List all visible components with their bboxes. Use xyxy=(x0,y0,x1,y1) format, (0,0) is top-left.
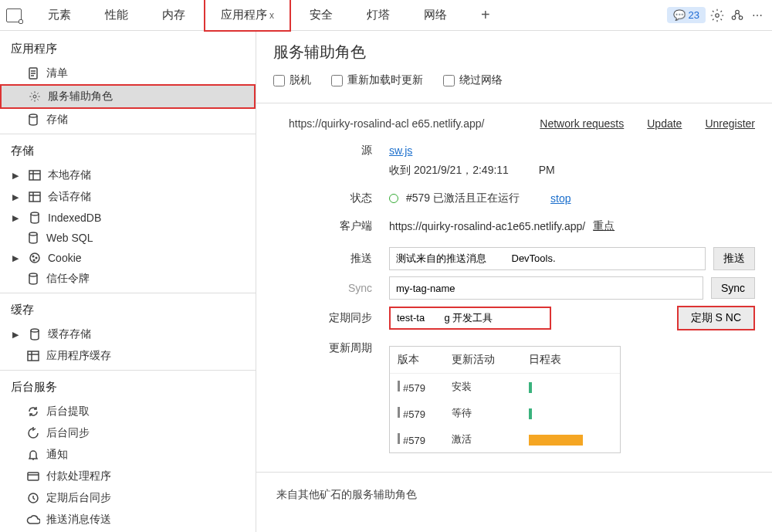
add-tab-icon[interactable]: + xyxy=(466,6,506,24)
table-icon xyxy=(28,169,42,181)
payment-label: 付款处理程序 xyxy=(46,469,111,483)
devtools-tabbar: 元素 性能 内存 应用程序 安全 灯塔 网络 + 💬 23 ⋯ xyxy=(0,0,772,31)
bar-icon xyxy=(398,381,400,391)
push-button[interactable]: 推送 xyxy=(713,247,755,270)
arrow-icon: ▶ xyxy=(12,192,22,202)
source-row: 源 sw.js xyxy=(273,144,755,158)
divider xyxy=(0,370,256,371)
database-icon xyxy=(28,212,42,224)
local-storage-label: 本地存储 xyxy=(48,168,91,182)
push-label: 推送消息传送 xyxy=(46,513,111,527)
sidebar-item-cache-storage[interactable]: ▶ 缓存存储 xyxy=(0,324,256,345)
bar-icon xyxy=(398,407,400,418)
unregister-link[interactable]: Unregister xyxy=(705,117,755,130)
issues-badge[interactable]: 💬 23 xyxy=(667,7,706,23)
svg-point-0 xyxy=(716,13,720,17)
tab-memory[interactable]: 内存 xyxy=(147,0,201,30)
activity-icon[interactable] xyxy=(729,7,746,24)
sw-label: 服务辅助角色 xyxy=(48,90,113,103)
sidebar-item-session-storage[interactable]: ▶ 会话存储 xyxy=(0,186,256,208)
divider xyxy=(256,472,772,473)
table-icon xyxy=(26,350,40,362)
svg-point-6 xyxy=(29,114,37,117)
tab-application[interactable]: 应用程序 xyxy=(204,0,291,32)
svg-point-15 xyxy=(29,273,37,276)
network-requests-link[interactable]: Network requests xyxy=(540,117,624,130)
stop-link[interactable]: stop xyxy=(550,192,571,205)
focus-link[interactable]: 重点 xyxy=(593,219,615,233)
source-link[interactable]: sw.js xyxy=(389,144,412,157)
bg-fetch-label: 后台提取 xyxy=(46,405,90,418)
device-toggle-icon[interactable] xyxy=(6,8,22,22)
page-title: 服务辅助角色 xyxy=(273,42,755,63)
svg-point-14 xyxy=(33,259,35,261)
other-origins-footer: 来自其他矿石的服务辅助角色 xyxy=(273,479,755,511)
sidebar-item-app-cache[interactable]: 应用程序缓存 xyxy=(0,345,256,367)
sidebar-item-local-storage[interactable]: ▶ 本地存储 xyxy=(0,164,256,186)
push-row: 推送 推送 xyxy=(273,247,755,270)
update-link[interactable]: Update xyxy=(647,117,682,130)
tab-network[interactable]: 网络 xyxy=(408,0,462,30)
status-row: 状态 #579 已激活且正在运行 stop xyxy=(273,191,755,205)
table-row: #579 等待 xyxy=(390,400,620,426)
sync-icon xyxy=(26,405,40,418)
th-schedule: 日程表 xyxy=(529,353,591,367)
svg-point-16 xyxy=(31,329,39,332)
database-icon xyxy=(28,328,42,341)
sidebar-item-cookie[interactable]: ▶ Cookie xyxy=(0,248,256,268)
offline-checkbox[interactable]: 脱机 xyxy=(273,73,311,87)
periodic-bg-label: 定期后台同步 xyxy=(46,491,111,505)
tab-performance[interactable]: 性能 xyxy=(90,0,144,30)
push-input[interactable] xyxy=(389,247,706,270)
svg-point-10 xyxy=(29,232,37,236)
sidebar-item-push[interactable]: 推送消息传送 xyxy=(0,509,256,530)
sidebar-item-bg-sync[interactable]: 后台同步 xyxy=(0,422,256,444)
th-activity: 更新活动 xyxy=(452,353,521,367)
arrow-icon: ▶ xyxy=(12,330,22,340)
sync-button[interactable]: Sync xyxy=(711,277,755,299)
periodic-button[interactable]: 定期 S NC xyxy=(677,306,755,330)
sidebar-item-payment[interactable]: 付款处理程序 xyxy=(0,466,256,487)
sw-options-row: 脱机 重新加载时更新 绕过网络 xyxy=(273,73,755,87)
svg-rect-8 xyxy=(29,192,40,202)
sidebar-item-periodic-bg[interactable]: 定期后台同步 xyxy=(0,487,256,509)
bypass-checkbox[interactable]: 绕过网络 xyxy=(443,73,503,87)
sync-input[interactable] xyxy=(389,276,703,300)
database-icon xyxy=(26,273,40,285)
update-cycle-row: 更新周期 版本 更新活动 日程表 #579 安装 #579 等待 xyxy=(273,341,755,453)
bg-sync-label: 后台同步 xyxy=(46,426,90,440)
sidebar-item-service-workers[interactable]: 服务辅助角色 xyxy=(0,84,256,109)
update-reload-checkbox[interactable]: 重新加载时更新 xyxy=(331,73,423,87)
sidebar-item-storage-allot[interactable]: 存储 xyxy=(0,109,256,130)
indexeddb-label: IndexedDB xyxy=(48,212,101,224)
gear-icon xyxy=(28,90,42,103)
periodic-input[interactable] xyxy=(389,307,551,330)
section-storage: 存储 xyxy=(0,137,256,164)
app-cache-label: 应用程序缓存 xyxy=(46,349,111,363)
status-text: #579 已激活且正在运行 xyxy=(406,191,520,205)
more-icon[interactable]: ⋯ xyxy=(749,7,766,24)
sidebar-item-bg-fetch[interactable]: 后台提取 xyxy=(0,401,256,422)
tab-elements[interactable]: 元素 xyxy=(32,0,86,30)
status-label: 状态 xyxy=(273,191,389,205)
table-icon xyxy=(28,191,42,203)
svg-point-3 xyxy=(739,15,743,19)
tab-security[interactable]: 安全 xyxy=(294,0,348,30)
svg-rect-17 xyxy=(28,351,39,361)
database-icon xyxy=(26,114,40,126)
websql-label: Web SQL xyxy=(46,232,93,244)
sw-origin-row: https://quirky-rosalind-acl e65.netlify.… xyxy=(289,117,755,130)
periodic-sync-row: 定期同步 定期 S NC xyxy=(273,306,755,330)
sidebar-item-manifest[interactable]: 清单 xyxy=(0,63,256,84)
settings-icon[interactable] xyxy=(709,7,726,24)
cloud-icon xyxy=(26,513,40,526)
sidebar-item-notifications[interactable]: 通知 xyxy=(0,444,256,466)
received-text: 收到 2021/9/21，2:49:11 PM xyxy=(389,164,755,178)
sidebar-item-trust-tokens[interactable]: 信任令牌 xyxy=(0,268,256,290)
notifications-label: 通知 xyxy=(46,448,68,462)
sidebar-item-websql[interactable]: Web SQL xyxy=(0,228,256,248)
refresh-icon xyxy=(26,427,40,439)
chat-icon: 💬 xyxy=(673,9,686,21)
tab-lighthouse[interactable]: 灯塔 xyxy=(351,0,405,30)
sidebar-item-indexeddb[interactable]: ▶ IndexedDB xyxy=(0,208,256,228)
